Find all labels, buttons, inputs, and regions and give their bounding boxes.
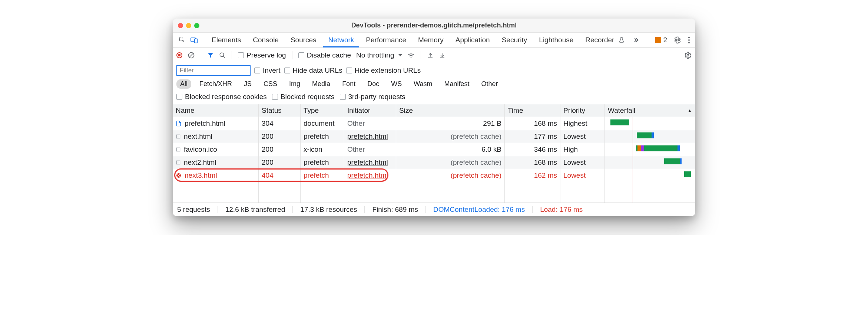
initiator-link[interactable]: prefetch.html: [347, 132, 388, 140]
request-priority: High: [560, 143, 605, 156]
sort-asc-icon: ▲: [688, 108, 692, 113]
network-conditions-icon[interactable]: [407, 52, 415, 59]
issues-warning-icon: [655, 37, 661, 43]
network-toolbar: Preserve log Disable cache No throttling: [173, 47, 695, 63]
record-button[interactable]: [176, 52, 182, 58]
blocked-requests-checkbox[interactable]: Blocked requests: [272, 93, 335, 101]
download-har-icon[interactable]: [439, 52, 445, 59]
window-title: DevTools - prerender-demos.glitch.me/pre…: [351, 22, 517, 29]
disable-cache-checkbox[interactable]: Disable cache: [298, 51, 351, 59]
error-icon: [176, 172, 182, 178]
col-status[interactable]: Status: [259, 104, 301, 117]
request-status: 200: [259, 143, 301, 156]
device-toolbar-icon[interactable]: [191, 37, 198, 43]
upload-har-icon[interactable]: [427, 52, 434, 59]
tab-sources[interactable]: Sources: [285, 33, 322, 47]
type-filter-ws[interactable]: WS: [387, 79, 405, 89]
tab-security[interactable]: Security: [497, 33, 533, 47]
close-window-icon[interactable]: [178, 23, 183, 28]
request-type: prefetch: [301, 130, 344, 143]
request-time: 168 ms: [505, 117, 560, 130]
invert-checkbox[interactable]: Invert: [254, 66, 281, 75]
status-load: Load: 176 ms: [540, 206, 583, 214]
type-filter-css[interactable]: CSS: [260, 79, 281, 89]
col-size[interactable]: Size: [396, 104, 505, 117]
tab-memory[interactable]: Memory: [413, 33, 449, 47]
request-initiator: prefetch.html: [344, 130, 396, 143]
request-priority: Highest: [560, 117, 605, 130]
type-filter-fetch-xhr[interactable]: Fetch/XHR: [196, 79, 236, 89]
type-filter-other[interactable]: Other: [478, 79, 502, 89]
filter-input[interactable]: [176, 65, 251, 76]
col-initiator[interactable]: Initiator: [344, 104, 396, 117]
tab-recorder[interactable]: Recorder: [580, 33, 619, 47]
filter-funnel-icon[interactable]: [207, 52, 214, 59]
initiator-link[interactable]: prefetch.html: [347, 158, 388, 166]
request-waterfall: [605, 130, 695, 143]
clear-icon[interactable]: [188, 52, 195, 59]
preserve-log-checkbox[interactable]: Preserve log: [238, 51, 286, 59]
svg-rect-2: [195, 39, 198, 43]
tab-performance[interactable]: Performance: [361, 33, 411, 47]
request-initiator: Other: [344, 117, 396, 130]
col-priority[interactable]: Priority: [560, 104, 605, 117]
col-name[interactable]: Name: [173, 104, 259, 117]
status-domcontentloaded: DOMContentLoaded: 176 ms: [433, 206, 525, 214]
type-filter-media[interactable]: Media: [308, 79, 334, 89]
kebab-menu-icon[interactable]: [688, 36, 690, 44]
type-filter-img[interactable]: Img: [285, 79, 304, 89]
hide-extension-urls-checkbox[interactable]: Hide extension URLs: [346, 66, 421, 75]
inspect-element-icon[interactable]: [179, 37, 185, 43]
status-bar: 5 requests 12.6 kB transferred 17.3 kB r…: [173, 203, 695, 216]
request-time: 162 ms: [505, 169, 560, 182]
status-requests: 5 requests: [177, 206, 210, 214]
type-filter-all[interactable]: All: [176, 79, 191, 89]
status-finish: Finish: 689 ms: [372, 206, 418, 214]
tab-console[interactable]: Console: [248, 33, 284, 47]
third-party-requests-label: 3rd-party requests: [348, 93, 405, 101]
svg-point-5: [688, 39, 690, 41]
minimize-window-icon[interactable]: [186, 23, 191, 28]
tab-elements[interactable]: Elements: [206, 33, 246, 47]
request-status: 200: [259, 130, 301, 143]
request-size: 291 B: [396, 117, 505, 130]
issues-badge[interactable]: 2: [655, 36, 667, 44]
third-party-requests-checkbox[interactable]: 3rd-party requests: [340, 93, 405, 101]
panel-tabbar: ElementsConsoleSourcesNetworkPerformance…: [173, 33, 695, 47]
throttling-select[interactable]: No throttling: [356, 51, 402, 59]
tab-application[interactable]: Application: [450, 33, 495, 47]
col-waterfall[interactable]: Waterfall▲: [605, 104, 695, 117]
type-filter-font[interactable]: Font: [338, 79, 359, 89]
request-type: prefetch: [301, 156, 344, 169]
type-filter-manifest[interactable]: Manifest: [441, 79, 473, 89]
type-filter-js[interactable]: JS: [240, 79, 255, 89]
network-settings-gear-icon[interactable]: [684, 52, 692, 59]
blocked-response-cookies-checkbox[interactable]: Blocked response cookies: [176, 93, 267, 101]
table-row[interactable]: next.html200prefetchprefetch.html(prefet…: [173, 130, 695, 143]
issues-count: 2: [663, 36, 667, 44]
tab-lighthouse[interactable]: Lighthouse: [534, 33, 579, 47]
file-icon: [176, 147, 181, 152]
col-type[interactable]: Type: [301, 104, 344, 117]
request-name: next2.html: [184, 158, 216, 167]
table-row[interactable]: prefetch.html304documentOther291 B168 ms…: [173, 117, 695, 130]
request-size: (prefetch cache): [396, 130, 505, 143]
blocked-requests-label: Blocked requests: [281, 93, 335, 101]
tab-network[interactable]: Network: [323, 33, 360, 47]
more-tabs-icon[interactable]: [633, 37, 639, 43]
search-icon[interactable]: [219, 52, 226, 59]
table-row[interactable]: next2.html200prefetchprefetch.html(prefe…: [173, 156, 695, 169]
settings-gear-icon[interactable]: [674, 36, 681, 44]
hide-data-urls-checkbox[interactable]: Hide data URLs: [284, 66, 342, 75]
table-row[interactable]: favicon.ico200x-iconOther6.0 kB346 msHig…: [173, 143, 695, 156]
initiator-link[interactable]: prefetch.html: [347, 171, 388, 179]
type-filter-wasm[interactable]: Wasm: [410, 79, 436, 89]
table-row[interactable]: next3.html404prefetchprefetch.html(prefe…: [173, 169, 695, 182]
col-time[interactable]: Time: [505, 104, 560, 117]
request-waterfall: [605, 143, 695, 156]
maximize-window-icon[interactable]: [194, 23, 199, 28]
recorder-flask-icon: [619, 37, 625, 43]
type-filter-doc[interactable]: Doc: [364, 79, 383, 89]
request-waterfall: [605, 169, 695, 182]
file-icon: [176, 134, 181, 139]
